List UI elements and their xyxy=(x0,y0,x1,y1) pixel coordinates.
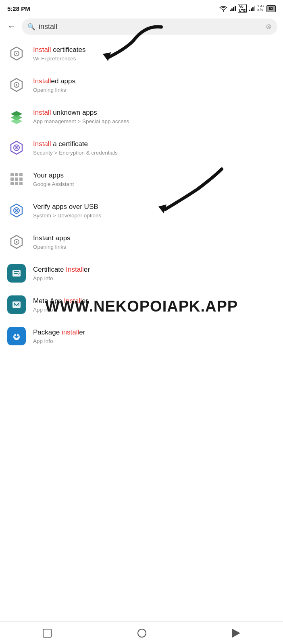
package-installer-app-icon xyxy=(7,327,26,345)
list-item-certificate-installer[interactable]: Certificate Installer App info xyxy=(0,258,283,289)
status-bar: 5:28 PM VoLTE 1.47K/S 63 xyxy=(0,0,283,15)
highlight-install-2: Install xyxy=(33,77,51,85)
list-item-your-apps[interactable]: Your apps Google Assistant xyxy=(0,163,283,195)
search-bar[interactable]: 🔍 install ⊗ xyxy=(22,19,277,35)
item-subtitle-install-cert: Security > Encryption & credentials xyxy=(33,150,276,156)
back-button[interactable]: ← xyxy=(6,20,18,33)
nav-circle-icon xyxy=(137,629,146,638)
search-row: ← 🔍 install ⊗ xyxy=(0,15,283,38)
wifi-icon xyxy=(219,6,227,12)
nav-home-button[interactable] xyxy=(125,625,158,642)
item-icon-meta-installer xyxy=(7,295,26,314)
svg-rect-5 xyxy=(251,8,252,11)
item-title-package-installer: Package installer xyxy=(33,328,276,337)
grid-dot xyxy=(10,178,14,181)
signal-icon xyxy=(229,6,236,11)
item-text-cert-installer: Certificate Installer App info xyxy=(33,265,276,281)
nav-recents-button[interactable] xyxy=(31,625,64,642)
list-item-install-certificates[interactable]: Install certificates Wi-Fi preferences xyxy=(0,38,283,69)
navigation-bar xyxy=(0,621,283,644)
svg-rect-31 xyxy=(14,271,19,272)
search-results-list: Install certificates Wi-Fi preferences I… xyxy=(0,38,283,376)
item-subtitle-install-certificates: Wi-Fi preferences xyxy=(33,56,276,62)
grid-dot xyxy=(19,182,23,185)
item-title-your-apps: Your apps xyxy=(33,171,276,180)
grid-dot xyxy=(19,173,23,176)
battery-icon: 63 xyxy=(266,5,276,12)
hex-outline-icon xyxy=(9,46,24,61)
list-item-package-installer[interactable]: Package installer App info xyxy=(0,320,283,352)
hex-outline-icon-2 xyxy=(9,77,24,93)
svg-marker-18 xyxy=(11,118,22,124)
search-icon: 🔍 xyxy=(27,23,35,31)
item-text-your-apps: Your apps Google Assistant xyxy=(33,171,276,187)
status-icons: VoLTE 1.47K/S 63 xyxy=(219,4,276,13)
item-text-installed-apps: Installed apps Opening links xyxy=(33,77,276,93)
highlight-install-3: Install xyxy=(33,109,51,116)
item-subtitle-your-apps: Google Assistant xyxy=(33,181,276,187)
item-text-meta-installer: Meta App Installer App info xyxy=(33,297,276,312)
highlight-install: Install xyxy=(33,46,51,54)
item-subtitle-verify-apps: System > Developer options xyxy=(33,213,276,219)
item-subtitle-package-installer: App info xyxy=(33,338,276,344)
nav-back-button[interactable] xyxy=(220,625,252,642)
list-item-install-unknown-apps[interactable]: Install unknown apps App management > Sp… xyxy=(0,101,283,132)
item-icon-cert-installer xyxy=(7,264,26,283)
list-item-instant-apps[interactable]: Instant apps Opening links xyxy=(0,226,283,258)
item-icon-verify-apps xyxy=(7,201,26,220)
list-item-verify-apps[interactable]: Verify apps over USB System > Developer … xyxy=(0,195,283,226)
item-icon-installed-apps xyxy=(7,76,26,94)
list-item-install-certificate[interactable]: Install a certificate Security > Encrypt… xyxy=(0,132,283,163)
svg-rect-6 xyxy=(252,7,254,11)
item-icon-install-unknown xyxy=(7,107,26,126)
item-icon-your-apps xyxy=(7,170,26,188)
grid-dot xyxy=(19,178,23,181)
hex-blue-icon xyxy=(9,203,24,218)
svg-point-29 xyxy=(16,241,17,243)
speed-indicator: 1.47K/S xyxy=(257,4,264,12)
cert-icon-svg xyxy=(11,268,22,279)
svg-rect-4 xyxy=(249,10,250,11)
svg-point-26 xyxy=(16,210,17,211)
svg-rect-32 xyxy=(14,273,18,274)
item-title-cert-installer: Certificate Installer xyxy=(33,265,276,274)
item-icon-install-cert xyxy=(7,138,26,157)
item-title-installed-apps: Installed apps xyxy=(33,77,276,86)
svg-point-15 xyxy=(16,84,17,86)
item-text-package-installer: Package installer App info xyxy=(33,328,276,344)
signal2-icon xyxy=(249,6,255,11)
layers-icon xyxy=(9,109,24,124)
item-text-install-unknown: Install unknown apps App management > Sp… xyxy=(33,108,276,124)
grid-dot xyxy=(10,182,14,185)
search-input[interactable]: install xyxy=(39,23,262,31)
item-title-install-unknown: Install unknown apps xyxy=(33,108,276,117)
meta-installer-app-icon xyxy=(7,295,26,314)
grid-dot xyxy=(15,173,18,176)
item-subtitle-install-unknown: App management > Special app access xyxy=(33,118,276,124)
item-subtitle-cert-installer: App info xyxy=(33,275,276,281)
highlight-install-package: install xyxy=(62,328,79,336)
svg-point-22 xyxy=(16,147,17,149)
item-text-install-cert: Install a certificate Security > Encrypt… xyxy=(33,140,276,155)
list-item-meta-installer[interactable]: Meta App Installer App info xyxy=(0,289,283,320)
grid-icon xyxy=(10,173,23,185)
svg-point-12 xyxy=(16,53,17,54)
item-title-instant-apps: Instant apps xyxy=(33,234,276,243)
item-subtitle-installed-apps: Opening links xyxy=(33,87,276,93)
grid-dot xyxy=(15,182,18,185)
svg-rect-3 xyxy=(235,6,236,11)
list-item-installed-apps[interactable]: Installed apps Opening links xyxy=(0,69,283,101)
item-icon-instant-apps xyxy=(7,233,26,251)
item-title-meta-installer: Meta App Installer xyxy=(33,297,276,305)
cert-installer-app-icon xyxy=(7,264,26,283)
item-icon-install-certificates xyxy=(7,44,26,63)
item-title-install-cert: Install a certificate xyxy=(33,140,276,149)
package-icon-svg xyxy=(11,330,22,342)
svg-rect-0 xyxy=(230,10,231,11)
item-icon-package-installer xyxy=(7,327,26,345)
meta-icon-svg xyxy=(11,299,22,310)
search-clear-button[interactable]: ⊗ xyxy=(266,22,272,31)
status-time: 5:28 PM xyxy=(7,5,30,12)
highlight-install-4: Install xyxy=(33,140,51,148)
item-text-install-certificates: Install certificates Wi-Fi preferences xyxy=(33,45,276,61)
